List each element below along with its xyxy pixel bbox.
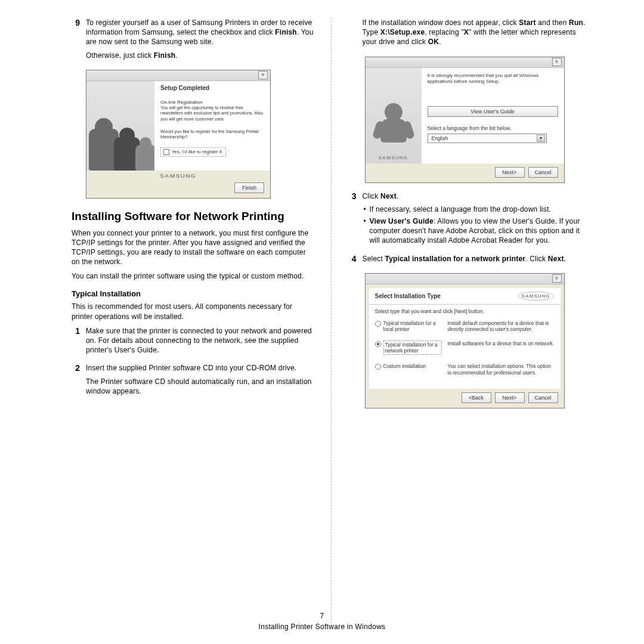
radio-icon[interactable] (375, 321, 381, 327)
step-number: 2 (72, 363, 80, 400)
step-9-text: To register yourself as a user of Samsun… (86, 18, 314, 47)
recommend-text: It is strongly recommended that you quit… (428, 73, 558, 85)
step-2: 2 Insert the supplied Printer software C… (72, 363, 314, 400)
finish-button[interactable]: Finish (234, 182, 264, 193)
language-label: Select a language from the list below. (428, 125, 558, 131)
step-1-text: Make sure that the printer is connected … (86, 326, 314, 355)
online-registration-heading: On-line Registration (160, 100, 264, 105)
option-desc: Install softwares for a device that is o… (448, 340, 555, 355)
no-window-instruction: If the installation window does not appe… (363, 18, 591, 47)
option-custom-installation[interactable]: Custom installation You can select insta… (375, 363, 555, 375)
bullet-users-guide: View User's Guide: Allows you to view th… (363, 216, 591, 246)
step-number: 9 (72, 18, 80, 64)
radio-icon[interactable] (375, 364, 381, 370)
step-3-text: Click Next. (363, 191, 591, 201)
language-select[interactable]: English ▾ (428, 134, 547, 143)
step-9: 9 To register yourself as a user of Sams… (72, 18, 314, 64)
language-value: English (432, 135, 448, 141)
option-label: Custom installation (383, 363, 426, 369)
step-2-continued: If the installation window does not appe… (348, 18, 591, 51)
section-heading: Installing Software for Network Printing (72, 209, 314, 224)
step-2-text-2: The Printer software CD should automatic… (86, 377, 314, 396)
checkbox-icon[interactable] (163, 149, 169, 155)
option-label: Typical installation for a local printer (383, 320, 442, 332)
left-column: 9 To register yourself as a user of Sams… (72, 18, 314, 614)
right-column: If the installation window does not appe… (348, 18, 591, 614)
option-network-printer[interactable]: Typical installation for a network print… (375, 340, 555, 355)
close-icon[interactable]: × (552, 58, 562, 66)
chapter-title: Installing Printer Software in Windows (0, 623, 644, 631)
option-desc: Install default components for a device … (448, 320, 555, 332)
step-9-text-2: Otherwise, just click Finish. (86, 51, 314, 60)
register-checkbox-row[interactable]: Yes, I'd like to register it. (160, 147, 226, 157)
option-label: Typical installation for a network print… (383, 340, 442, 355)
column-divider (331, 18, 332, 626)
option-local-printer[interactable]: Typical installation for a local printer… (375, 320, 555, 332)
intro-paragraph-2: You can install the printer software usi… (72, 271, 314, 281)
step-3: 3 Click Next. If necessary, select a lan… (348, 191, 591, 249)
register-question: Would you like to register for the Samsu… (160, 129, 264, 140)
step-number: 3 (348, 191, 357, 249)
option-desc: You can select installation options. Thi… (448, 363, 555, 375)
page-number: 7 (0, 612, 644, 620)
samsung-logo: SAMSUNG (518, 292, 555, 301)
close-icon[interactable]: × (258, 71, 268, 79)
select-type-instruction: Select type that you want and click [Nex… (375, 308, 555, 314)
step-4: 4 Select Typical installation for a netw… (348, 254, 591, 267)
step-4-text: Select Typical installation for a networ… (363, 254, 591, 264)
intro-paragraph-1: When you connect your printer to a netwo… (72, 228, 314, 267)
online-registration-desc: You will get the opportunity to receive … (160, 105, 264, 122)
next-button[interactable]: Next> (495, 167, 525, 178)
dialog-setup-completed: × Setup Completed On-line Registration Y… (86, 70, 314, 199)
dialog-language-select: × SAMSUNG It is strongly recommended tha… (365, 57, 591, 183)
chevron-down-icon[interactable]: ▾ (537, 135, 545, 142)
typical-installation-subhead: Typical Installation (72, 289, 314, 298)
step-number: 4 (348, 254, 357, 267)
close-icon[interactable]: × (552, 274, 562, 283)
page-footer: 7 Installing Printer Software in Windows (0, 612, 644, 631)
setup-completed-title: Setup Completed (160, 85, 264, 91)
view-users-guide-button[interactable]: View User's Guide (428, 106, 558, 117)
samsung-logo: SAMSUNG (160, 173, 197, 179)
step-1: 1 Make sure that the printer is connecte… (72, 326, 314, 359)
step-number: 1 (72, 326, 80, 359)
dialog-installation-type: × Select Installation Type SAMSUNG Selec… (365, 273, 591, 408)
samsung-logo: SAMSUNG (379, 156, 408, 160)
register-checkbox-label: Yes, I'd like to register it. (172, 149, 223, 154)
select-installation-type-title: Select Installation Type (375, 293, 441, 299)
cancel-button[interactable]: Cancel (528, 167, 558, 178)
dialog-sidebar-graphic (86, 81, 154, 171)
cancel-button[interactable]: Cancel (528, 392, 558, 403)
typical-intro: This is recommended for most users. All … (72, 302, 314, 321)
radio-icon[interactable] (375, 341, 381, 347)
next-button[interactable]: Next> (495, 392, 525, 403)
dialog-sidebar-graphic: SAMSUNG (366, 68, 422, 163)
bullet-language: If necessary, select a language from the… (363, 205, 591, 214)
back-button[interactable]: <Back (462, 392, 491, 403)
step-2-text-1: Insert the supplied Printer software CD … (86, 363, 314, 373)
